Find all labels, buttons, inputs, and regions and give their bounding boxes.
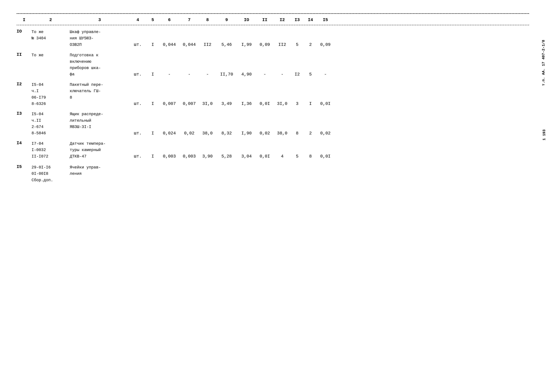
row-data-11: шт. I - - - II,70 4,90 - - I2 5 - [129,52,334,78]
cell-c14-14: 8 [304,153,317,160]
table-row: I4 I7-04 I-0032 II-I072 Датчик темпера- … [17,138,529,161]
cell-c8-10: II2 [199,42,216,48]
row-num-12: I2 [17,82,32,107]
cell-c7-12: 0,007 [179,101,199,107]
col-header-13: I3 [290,17,304,23]
cell-c14-10: 2 [304,42,317,48]
table-row: IO То же № 3404 Шкаф управле- ния ШУ5ЮЗ-… [17,25,529,50]
cell-c11-12: 0,0I [256,101,274,107]
side-label-stamp-1: т.п. АА. 17 407-2-1/8 [541,40,546,86]
cell-c12-12: 3I,0 [274,101,290,107]
row-desc-15: Ячейки управ- ления [70,164,129,183]
cell-c6-11: - [159,71,179,78]
cell-c8-11: - [199,71,216,78]
cell-c9-10: 5,46 [216,42,237,48]
col-header-8: 8 [199,17,216,23]
cell-c10-10: I,99 [237,42,256,48]
row-data-12: шт. I 0,007 0,007 3I,0 3,49 I,36 0,0I 3I… [129,82,334,107]
cell-c14-11: 5 [304,71,317,78]
cell-c12-13: 38,0 [274,130,290,137]
row-code-12: I5-04 ч.I 06-I79 8-6326 [32,82,70,107]
col-header-10: IO [237,17,256,23]
col-header-2: 2 [32,17,70,23]
cell-c11-14: 0,0I [256,153,274,160]
row-desc-10: Шкаф управле- ния ШУ5ЮЗ- ОЗВ2П [70,29,129,48]
page: I 2 3 4 5 6 7 8 9 IO II I2 I3 I4 I5 IO Т… [0,0,549,392]
cell-c15-14: 0,0I [317,153,334,160]
cell-c7-10: 0,044 [179,42,199,48]
cell-c14-13: 2 [304,130,317,137]
cell-c7-13: 0,02 [179,130,199,137]
col-header-4: 4 [129,17,146,23]
cell-c14-12: I [304,101,317,107]
cell-c5-11: I [146,71,159,78]
row-code-11: То же [32,52,70,78]
col-header-1: I [17,17,32,23]
row-desc-14: Датчик темпера- туры камерный ДТКВ-47 [70,140,129,160]
row-desc-12: Пакетный пере- ключатель ГШ- 8 [70,82,129,107]
table-row: II То же Подготовка к включению приборов… [17,50,529,79]
row-desc-13: Ящик распреде- лительный ЯВЗШ-3I-I [70,111,129,137]
cell-c9-12: 3,49 [216,101,237,107]
row-desc-11: Подготовка к включению приборов шка- фа [70,52,129,78]
side-label-stamp-2: 1 193 [542,129,546,140]
row-num-10: IO [17,29,32,48]
cell-c10-14: 3,04 [237,153,256,160]
cell-c6-10: 0,044 [159,42,179,48]
row-data-14: шт. I 0,003 0,003 3,90 5,28 3,04 0,0I 4 … [129,140,334,160]
row-data-13: шт. I 0,024 0,02 38,0 8,32 I,90 0,02 38,… [129,111,334,137]
cell-c13-10: 5 [290,42,304,48]
cell-c11-10: 0,09 [256,42,274,48]
row-code-15: 29-0I-I6 0I-00I8 Сбор.доп. [32,164,70,183]
cell-c8-12: 3I,0 [199,101,216,107]
cell-c11-13: 0,02 [256,130,274,137]
cell-c10-12: I,36 [237,101,256,107]
row-num-14: I4 [17,140,32,160]
row-num-11: II [17,52,32,78]
row-data-10: шт. I 0,044 0,044 II2 5,46 I,99 0,09 II2… [129,29,334,48]
cell-c13-12: 3 [290,101,304,107]
cell-c5-14: I [146,153,159,160]
cell-c8-14: 3,90 [199,153,216,160]
cell-c9-14: 5,28 [216,153,237,160]
col-header-12: I2 [274,17,290,23]
row-code-14: I7-04 I-0032 II-I072 [32,140,70,160]
col-header-6: 6 [159,17,179,23]
cell-c15-11: - [317,71,334,78]
table-row: I5 29-0I-I6 0I-00I8 Сбор.доп. Ячейки упр… [17,161,529,185]
cell-c9-11: II,70 [216,71,237,78]
row-num-13: I3 [17,111,32,137]
cell-unit-11: шт. [129,71,146,78]
col-header-3: 3 [70,17,129,23]
side-label-text-2: 407-2-1/8 [542,40,546,60]
cell-c5-12: I [146,101,159,107]
cell-c8-13: 38,0 [199,130,216,137]
row-code-10: То же № 3404 [32,29,70,48]
cell-c5-10: I [146,42,159,48]
column-headers: I 2 3 4 5 6 7 8 9 IO II I2 I3 I4 I5 [17,14,529,25]
col-header-7: 7 [179,17,199,23]
cell-c7-11: - [179,71,199,78]
col-header-15: I5 [317,17,334,23]
cell-c12-11: - [274,71,290,78]
row-num-15: I5 [17,164,32,183]
cell-c10-11: 4,90 [237,71,256,78]
col-header-9: 9 [216,17,237,23]
side-label-text-3: 1 193 [542,129,546,140]
cell-unit-14: шт. [129,153,146,160]
cell-c13-11: I2 [290,71,304,78]
cell-unit-13: шт. [129,130,146,137]
cell-c6-14: 0,003 [159,153,179,160]
cell-c15-12: 0,0I [317,101,334,107]
col-header-14: I4 [304,17,317,23]
table-row: I2 I5-04 ч.I 06-I79 8-6326 Пакетный пере… [17,79,529,109]
cell-c15-13: 0,02 [317,130,334,137]
cell-c13-13: 8 [290,130,304,137]
col-header-11: II [256,17,274,23]
cell-unit-12: шт. [129,101,146,107]
cell-c13-14: 5 [290,153,304,160]
cell-c6-13: 0,024 [159,130,179,137]
cell-c7-14: 0,003 [179,153,199,160]
col-header-5: 5 [146,17,159,23]
cell-c9-13: 8,32 [216,130,237,137]
